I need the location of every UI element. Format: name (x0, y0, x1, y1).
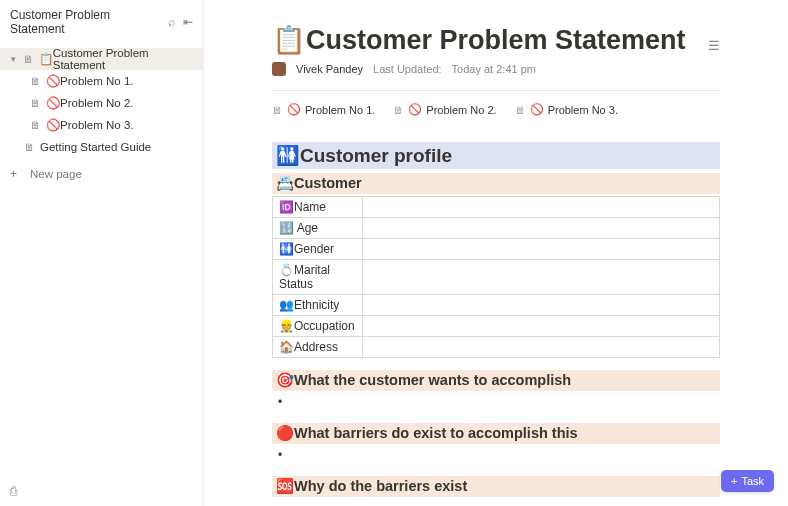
h3-emoji: 📇 (276, 175, 294, 191)
child-link[interactable]: 🗎🚫Problem No 3. (515, 103, 618, 116)
tree-child-label: Problem No 2. (60, 97, 134, 109)
tree-sibling-label: Getting Started Guide (40, 141, 151, 153)
sidebar: Customer Problem Statement ⌕ ⇤ ▾ 🗎 📋 Cus… (0, 0, 204, 506)
bullet-item[interactable] (272, 446, 720, 464)
link-label: Problem No 1. (305, 104, 375, 116)
link-emoji: 🚫 (530, 103, 544, 116)
tree-child-label: Problem No 3. (60, 119, 134, 131)
h2-text: Customer profile (300, 145, 452, 166)
heading-customer[interactable]: 📇Customer (272, 173, 720, 194)
link-label: Problem No 3. (548, 104, 618, 116)
sidebar-header: Customer Problem Statement ⌕ ⇤ (0, 0, 203, 44)
tree-sibling[interactable]: 🗎 Getting Started Guide (0, 136, 203, 158)
table-row[interactable]: 👷Occupation (273, 316, 720, 337)
h3-emoji: 🎯 (276, 372, 294, 388)
sidebar-footer: ⎙ (0, 478, 203, 506)
outline-icon[interactable]: ☰ (708, 24, 720, 53)
item-emoji: 🚫 (46, 96, 60, 110)
page-icon: 🗎 (21, 53, 34, 65)
table-row[interactable]: 👥Ethnicity (273, 295, 720, 316)
title-emoji: 📋 (272, 25, 306, 55)
tree-root-label: Customer Problem Statement (53, 47, 197, 71)
templates-icon[interactable]: ⎙ (10, 484, 17, 498)
author-name[interactable]: Vivek Pandey (296, 63, 363, 75)
new-page-label: New page (30, 168, 82, 180)
h3-text: Why do the barriers exist (294, 478, 467, 494)
heading-accomplish[interactable]: 🎯What the customer wants to accomplish (272, 370, 720, 391)
page-icon: 🗎 (28, 97, 42, 109)
page-emoji: 📋 (39, 52, 53, 66)
cell-value[interactable] (363, 260, 720, 295)
chevron-down-icon[interactable]: ▾ (8, 54, 19, 64)
tree-child[interactable]: 🗎 🚫 Problem No 2. (0, 92, 203, 114)
child-link[interactable]: 🗎🚫Problem No 1. (272, 103, 375, 116)
cell-value[interactable] (363, 239, 720, 260)
table-row[interactable]: 🚻Gender (273, 239, 720, 260)
sidebar-tree: ▾ 🗎 📋 Customer Problem Statement 🗎 🚫 Pro… (0, 44, 203, 478)
page-icon: 🗎 (272, 104, 283, 116)
collapse-sidebar-icon[interactable]: ⇤ (183, 15, 193, 29)
cell-value[interactable] (363, 337, 720, 358)
tree-child[interactable]: 🗎 🚫 Problem No 3. (0, 114, 203, 136)
plus-icon: + (731, 475, 737, 487)
task-label: Task (741, 475, 764, 487)
cell-label: Occupation (294, 319, 355, 333)
cell-label: Gender (294, 242, 334, 256)
bullet-item[interactable] (272, 393, 720, 411)
item-emoji: 🚫 (46, 74, 60, 88)
table-row[interactable]: 💍Marital Status (273, 260, 720, 295)
cell-value[interactable] (363, 218, 720, 239)
author-avatar[interactable] (272, 62, 286, 76)
tree-child[interactable]: 🗎 🚫 Problem No 1. (0, 70, 203, 92)
divider (272, 90, 720, 91)
customer-table: 🆔Name 🔢 Age 🚻Gender 💍Marital Status 👥Eth… (272, 196, 720, 358)
cell-label: Age (294, 221, 318, 235)
child-link[interactable]: 🗎🚫Problem No 2. (393, 103, 496, 116)
h3-text: What barriers do exist to accomplish thi… (294, 425, 578, 441)
updated-value: Today at 2:41 pm (452, 63, 536, 75)
main: 📋Customer Problem Statement ☰ Vivek Pand… (204, 0, 788, 506)
section-customer-profile[interactable]: 🚻Customer profile (272, 142, 720, 169)
h2-emoji: 🚻 (276, 145, 300, 166)
table-row[interactable]: 🔢 Age (273, 218, 720, 239)
page-icon: 🗎 (393, 104, 404, 116)
cell-value[interactable] (363, 316, 720, 337)
tree-child-label: Problem No 1. (60, 75, 134, 87)
cell-value[interactable] (363, 295, 720, 316)
plus-icon: + (10, 167, 24, 181)
h3-text: What the customer wants to accomplish (294, 372, 571, 388)
search-icon[interactable]: ⌕ (168, 15, 175, 29)
cell-label: Ethnicity (294, 298, 339, 312)
table-row[interactable]: 🏠Address (273, 337, 720, 358)
page-icon: 🗎 (28, 119, 42, 131)
page-icon: 🗎 (22, 141, 36, 153)
item-emoji: 🚫 (46, 118, 60, 132)
title-text: Customer Problem Statement (306, 25, 686, 55)
link-label: Problem No 2. (426, 104, 496, 116)
link-emoji: 🚫 (287, 103, 301, 116)
table-row[interactable]: 🆔Name (273, 197, 720, 218)
tree-root[interactable]: ▾ 🗎 📋 Customer Problem Statement (0, 48, 203, 70)
heading-why[interactable]: 🆘Why do the barriers exist (272, 476, 720, 497)
cell-value[interactable] (363, 197, 720, 218)
child-links: 🗎🚫Problem No 1. 🗎🚫Problem No 2. 🗎🚫Proble… (272, 103, 720, 116)
heading-barriers[interactable]: 🔴What barriers do exist to accomplish th… (272, 423, 720, 444)
h3-emoji: 🆘 (276, 478, 294, 494)
doc-meta: Vivek Pandey Last Updated: Today at 2:41… (272, 62, 720, 76)
task-button[interactable]: + Task (721, 470, 774, 492)
page-title[interactable]: 📋Customer Problem Statement (272, 24, 708, 56)
h3-text: Customer (294, 175, 362, 191)
new-page-button[interactable]: + New page (0, 162, 203, 186)
document: 📋Customer Problem Statement ☰ Vivek Pand… (266, 24, 726, 497)
cell-label: Name (294, 200, 326, 214)
link-emoji: 🚫 (408, 103, 422, 116)
page-icon: 🗎 (515, 104, 526, 116)
cell-label: Address (294, 340, 338, 354)
page-icon: 🗎 (28, 75, 42, 87)
workspace-title[interactable]: Customer Problem Statement (10, 8, 162, 36)
h3-emoji: 🔴 (276, 425, 294, 441)
updated-label: Last Updated: (373, 63, 442, 75)
